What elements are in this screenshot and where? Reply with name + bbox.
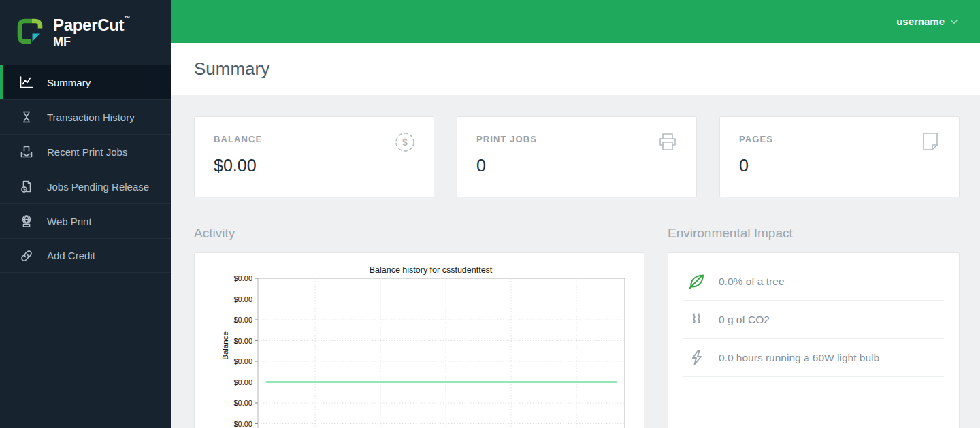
environmental-impact-section: Environmental Impact 0.0% of a tree xyxy=(668,226,960,428)
chevron-down-icon xyxy=(949,16,960,27)
y-tick-label: $0.00 xyxy=(233,378,252,386)
y-tick-label: $0.00 xyxy=(233,337,252,345)
y-tick-label: $0.00 xyxy=(233,357,252,365)
y-tick-label: $0.00 xyxy=(233,295,252,303)
sidebar: PaperCut™ MF Summary Transaction History xyxy=(0,0,172,428)
sidebar-item-label: Summary xyxy=(47,77,91,88)
page-header: Summary xyxy=(172,43,980,95)
balance-history-chart-card: Balance history for csstudenttest xyxy=(194,252,644,428)
y-tick-label: $0.00 xyxy=(233,316,252,324)
brand-product: MF xyxy=(53,35,130,48)
env-item-tree: 0.0% of a tree xyxy=(683,263,944,301)
stat-label: BALANCE xyxy=(214,134,414,144)
sidebar-item-web-print[interactable]: Web Print xyxy=(0,203,172,238)
page-clock-icon xyxy=(18,178,35,195)
stat-value: $0.00 xyxy=(214,156,414,176)
print-tray-icon xyxy=(18,143,35,161)
env-item-text: 0.0 hours running a 60W light bulb xyxy=(719,352,879,364)
y-tick-label: $0.00 xyxy=(233,274,252,282)
sidebar-item-add-credit[interactable]: Add Credit xyxy=(0,238,172,273)
sidebar-item-label: Jobs Pending Release xyxy=(47,181,149,193)
sidebar-item-label: Recent Print Jobs xyxy=(47,146,127,158)
leaf-icon xyxy=(687,272,706,291)
papercut-logo: PaperCut™ MF xyxy=(0,0,172,65)
stat-value: 0 xyxy=(476,156,677,176)
dollar-glyph: $ xyxy=(402,137,408,148)
stat-cards-row: BALANCE $ $0.00 PRINT JOBS 0 xyxy=(194,116,960,197)
stat-label: PAGES xyxy=(739,134,940,144)
brand-name: PaperCut xyxy=(53,16,124,34)
co2-icon xyxy=(687,310,706,329)
papercut-app: PaperCut™ MF Summary Transaction History xyxy=(0,0,980,428)
activity-heading: Activity xyxy=(194,226,644,241)
chart-y-axis-label: Balance xyxy=(221,331,229,360)
page-icon xyxy=(918,130,943,154)
bolt-icon xyxy=(687,348,706,367)
printer-icon xyxy=(655,130,680,154)
sidebar-item-label: Web Print xyxy=(47,216,92,227)
user-menu[interactable]: username xyxy=(896,16,960,27)
username: username xyxy=(896,16,945,27)
balance-card: BALANCE $ $0.00 xyxy=(194,116,434,197)
content: BALANCE $ $0.00 PRINT JOBS 0 xyxy=(172,95,980,428)
activity-section: Activity Balance history for csstudentte… xyxy=(194,226,644,428)
link-icon xyxy=(18,247,35,265)
environmental-impact-heading: Environmental Impact xyxy=(668,226,960,241)
papercut-logo-icon xyxy=(14,16,46,50)
lower-sections: Activity Balance history for csstudentte… xyxy=(194,226,960,428)
sidebar-item-transaction-history[interactable]: Transaction History xyxy=(0,99,172,134)
pages-card: PAGES 0 xyxy=(719,116,960,197)
hourglass-icon xyxy=(18,108,35,126)
env-item-energy: 0.0 hours running a 60W light bulb xyxy=(683,339,944,377)
sidebar-item-recent-print-jobs[interactable]: Recent Print Jobs xyxy=(0,134,172,169)
env-item-co2: 0 g of CO2 xyxy=(683,301,944,339)
globe-printer-icon xyxy=(18,212,35,230)
line-chart-icon xyxy=(18,73,35,91)
env-item-text: 0.0% of a tree xyxy=(719,276,785,288)
stat-value: 0 xyxy=(739,156,940,176)
dollar-circle-icon: $ xyxy=(393,130,417,154)
environmental-impact-card: 0.0% of a tree 0 g of CO2 xyxy=(668,252,960,428)
chart-title: Balance history for csstudenttest xyxy=(370,265,493,275)
y-tick-label: -$0.00 xyxy=(231,399,252,407)
papercut-logo-text: PaperCut™ MF xyxy=(53,17,130,48)
sidebar-item-jobs-pending-release[interactable]: Jobs Pending Release xyxy=(0,169,172,203)
balance-history-chart: Balance history for csstudenttest xyxy=(195,253,644,428)
main-area: username Summary BALANCE $ xyxy=(172,0,980,428)
sidebar-item-summary[interactable]: Summary xyxy=(0,65,172,99)
page-title: Summary xyxy=(194,59,270,80)
stat-label: PRINT JOBS xyxy=(476,134,677,144)
y-tick-label: -$0.00 xyxy=(231,420,252,428)
env-item-text: 0 g of CO2 xyxy=(719,314,770,326)
brand-trademark: ™ xyxy=(124,15,130,22)
print-jobs-card: PRINT JOBS 0 xyxy=(457,116,697,197)
topbar: username xyxy=(172,0,980,43)
sidebar-nav: Summary Transaction History Recent Print… xyxy=(0,65,172,273)
sidebar-item-label: Add Credit xyxy=(47,250,95,261)
sidebar-item-label: Transaction History xyxy=(47,112,135,123)
